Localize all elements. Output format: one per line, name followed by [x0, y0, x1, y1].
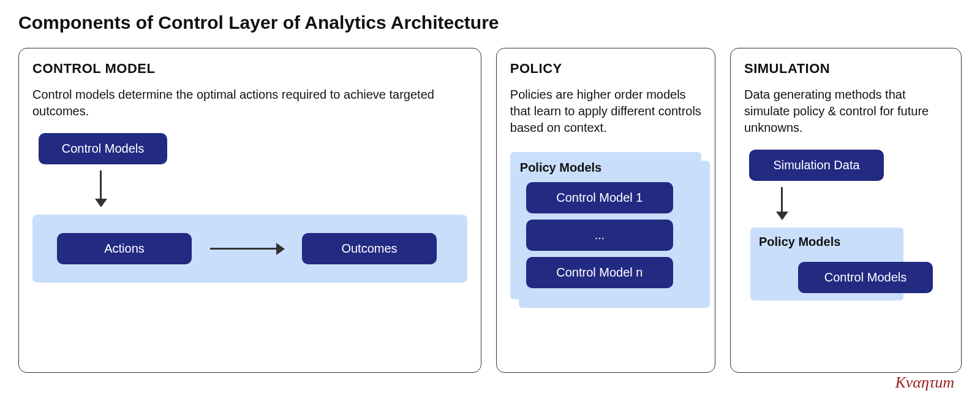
panel-heading-control: CONTROL MODEL: [32, 61, 467, 77]
policy-models-container: Policy Models Control Model 1 ... Contro…: [510, 152, 701, 299]
box-control-model-ellipsis: ...: [526, 220, 673, 251]
brand-logo: Κναητum: [895, 373, 954, 392]
panel-control-model: CONTROL MODEL Control models determine t…: [18, 48, 481, 373]
arrow-down-icon: [100, 170, 102, 206]
box-actions: Actions: [57, 233, 192, 264]
box-simulation-data: Simulation Data: [749, 150, 884, 181]
box-control-model-1: Control Model 1: [526, 182, 673, 213]
panels-row: CONTROL MODEL Control models determine t…: [18, 48, 962, 373]
panel-policy: POLICY Policies are higher order models …: [496, 48, 715, 373]
control-flow-container: Actions Outcomes: [32, 215, 467, 283]
arrow-down-icon: [781, 187, 783, 219]
box-outcomes: Outcomes: [302, 233, 437, 264]
panel-heading-policy: POLICY: [510, 61, 701, 77]
sim-policy-title: Policy Models: [759, 235, 895, 249]
panel-heading-simulation: SIMULATION: [744, 61, 948, 77]
arrow-right-icon: [210, 248, 284, 250]
panel-desc-policy: Policies are higher order models that le…: [510, 86, 701, 136]
page-title: Components of Control Layer of Analytics…: [18, 12, 962, 33]
panel-simulation: SIMULATION Data generating methods that …: [730, 48, 962, 373]
box-sim-control-models: Control Models: [798, 262, 933, 293]
policy-models-title: Policy Models: [520, 161, 692, 175]
box-control-models: Control Models: [39, 133, 167, 164]
sim-policy-container: Policy Models Control Models: [750, 228, 903, 300]
panel-desc-simulation: Data generating methods that simulate po…: [744, 86, 948, 136]
box-control-model-n: Control Model n: [526, 257, 673, 288]
panel-desc-control: Control models determine the optimal act…: [32, 86, 467, 120]
